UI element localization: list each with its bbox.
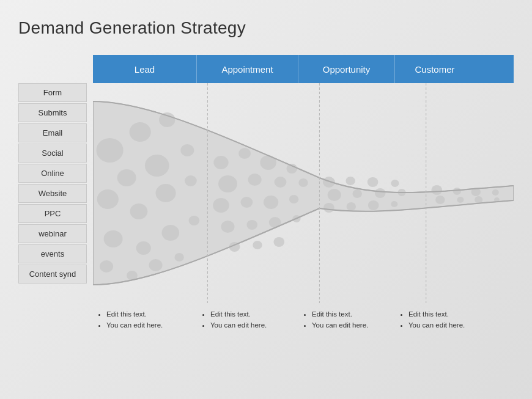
svg-point-42 — [352, 189, 361, 198]
svg-point-19 — [238, 148, 251, 159]
annotation-appointment-bullet-1: Edit this text. — [210, 309, 294, 320]
annotation-appointment-bullet-2: You can edit here. — [210, 320, 294, 331]
svg-point-14 — [100, 260, 113, 273]
annotations: Edit this text. You can edit here. Edit … — [93, 306, 514, 335]
svg-point-25 — [298, 178, 308, 187]
svg-point-54 — [457, 197, 464, 203]
header-customer: Customer — [395, 55, 475, 83]
svg-point-43 — [375, 188, 386, 198]
svg-point-45 — [323, 203, 334, 213]
funnel-area: Lead Appointment Opportunity Customer — [93, 55, 514, 335]
sidebar-item-events[interactable]: events — [18, 244, 87, 263]
annotation-opportunity-bullet-2: You can edit here. — [312, 320, 390, 331]
svg-point-23 — [248, 174, 262, 186]
funnel-visual — [93, 83, 514, 303]
svg-point-24 — [275, 177, 287, 188]
annotation-opportunity-bullet-1: Edit this text. — [312, 309, 390, 320]
svg-point-35 — [253, 241, 262, 249]
svg-point-8 — [156, 184, 176, 202]
content-area: Form Submits Email Social Online Website… — [18, 55, 514, 335]
svg-point-4 — [145, 155, 169, 177]
svg-point-46 — [347, 202, 356, 211]
svg-point-17 — [174, 253, 183, 262]
svg-point-9 — [185, 175, 197, 186]
sidebar-item-online[interactable]: Online — [18, 164, 87, 183]
svg-point-52 — [492, 189, 499, 196]
svg-point-28 — [264, 196, 278, 209]
annotation-customer: Edit this text. You can edit here. — [395, 306, 475, 335]
svg-point-10 — [104, 230, 123, 247]
svg-point-49 — [431, 185, 442, 195]
svg-point-13 — [189, 216, 200, 225]
svg-point-41 — [328, 189, 341, 201]
svg-point-39 — [368, 177, 379, 187]
svg-point-18 — [213, 156, 228, 169]
header-lead: Lead — [93, 55, 197, 83]
svg-point-6 — [97, 189, 119, 209]
annotation-appointment: Edit this text. You can edit here. — [197, 306, 298, 335]
svg-point-16 — [149, 259, 163, 271]
annotation-lead: Edit this text. You can edit here. — [93, 306, 197, 335]
svg-point-31 — [246, 220, 257, 230]
sidebar-item-ppc[interactable]: PPC — [18, 204, 87, 223]
annotation-customer-bullet-2: You can edit here. — [408, 320, 470, 331]
slide-container: Demand Generation Strategy Form Submits … — [0, 0, 532, 399]
svg-point-7 — [130, 203, 148, 219]
svg-point-3 — [117, 169, 136, 186]
svg-point-12 — [161, 225, 179, 241]
svg-point-53 — [435, 196, 445, 204]
sidebar-item-social[interactable]: Social — [18, 144, 87, 163]
svg-point-5 — [180, 144, 194, 156]
sidebar: Form Submits Email Social Online Website… — [18, 83, 87, 284]
sidebar-item-email[interactable]: Email — [18, 123, 87, 142]
annotation-opportunity: Edit this text. You can edit here. — [298, 306, 395, 335]
svg-point-22 — [218, 175, 237, 192]
svg-point-26 — [213, 198, 229, 213]
svg-point-40 — [391, 180, 399, 187]
annotation-lead-bullet-1: Edit this text. — [106, 309, 192, 320]
sidebar-item-website[interactable]: Website — [18, 184, 87, 203]
svg-point-27 — [240, 197, 253, 208]
svg-point-55 — [475, 196, 482, 203]
svg-point-1 — [130, 122, 151, 142]
svg-point-2 — [159, 112, 175, 127]
svg-point-11 — [136, 241, 151, 255]
svg-point-38 — [345, 177, 355, 185]
page-title: Demand Generation Strategy — [18, 18, 514, 38]
svg-point-47 — [368, 200, 379, 210]
svg-point-29 — [289, 195, 298, 203]
sidebar-item-submits[interactable]: Submits — [18, 103, 87, 122]
annotation-lead-bullet-2: You can edit here. — [106, 320, 192, 331]
header-opportunity: Opportunity — [298, 55, 395, 83]
sidebar-item-webinar[interactable]: webinar — [18, 224, 87, 243]
svg-point-36 — [273, 237, 284, 247]
sidebar-item-form[interactable]: Form — [18, 83, 87, 102]
svg-point-30 — [221, 221, 234, 233]
sidebar-item-content-synd[interactable]: Content synd — [18, 265, 87, 284]
header-appointment: Appointment — [197, 55, 298, 83]
svg-point-48 — [391, 201, 397, 207]
funnel-header: Lead Appointment Opportunity Customer — [93, 55, 514, 83]
annotation-customer-bullet-1: Edit this text. — [408, 309, 470, 320]
svg-point-50 — [453, 188, 461, 195]
svg-point-0 — [97, 138, 124, 163]
funnel-svg — [93, 83, 514, 303]
